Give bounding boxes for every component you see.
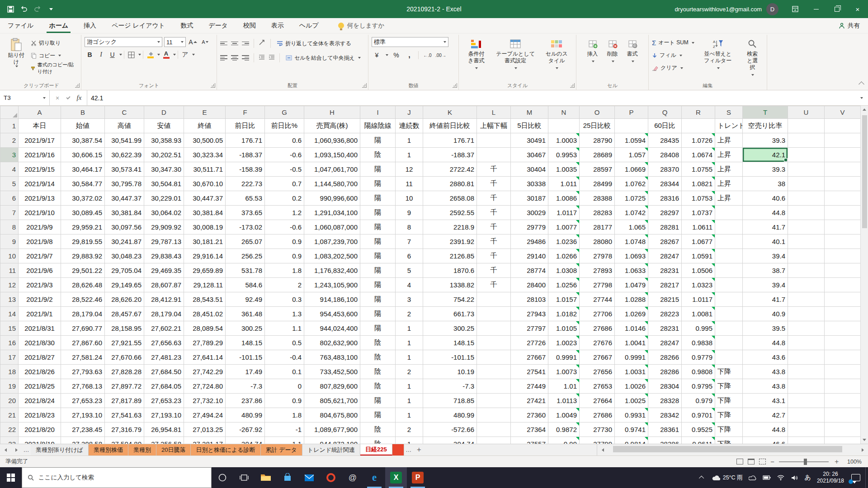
cell-G4[interactable]: -0.5	[265, 162, 304, 177]
show-desktop-button[interactable]	[865, 467, 868, 488]
cell-H14[interactable]: 954,453,600	[304, 307, 360, 321]
cell-B10[interactable]: 29,883.92	[61, 249, 105, 263]
cell-S2[interactable]: 上昇	[715, 133, 743, 148]
cell-R20[interactable]: 0.979	[682, 394, 715, 408]
cell-V12[interactable]	[825, 278, 861, 292]
cell-S6[interactable]: 上昇	[715, 191, 743, 206]
cell-Q7[interactable]: 28297	[648, 206, 682, 220]
cell-I6[interactable]: 陽	[360, 191, 396, 206]
cell-E19[interactable]: 27,724.80	[184, 379, 226, 394]
cell-D9[interactable]: 29,787.13	[144, 235, 184, 249]
cell-D13[interactable]: 28,412.91	[144, 292, 184, 307]
cell-E2[interactable]: 30,500.05	[184, 133, 226, 148]
cell-N12[interactable]: 1.0256	[548, 278, 580, 292]
cell-F3[interactable]: -188.37	[226, 148, 265, 162]
cell-L19[interactable]	[477, 379, 511, 394]
cell-S7[interactable]	[715, 206, 743, 220]
cell-H11[interactable]: 1,176,832,400	[304, 263, 360, 278]
cell-E20[interactable]: 27,732.10	[184, 394, 226, 408]
cell-L13[interactable]	[477, 292, 511, 307]
cell-P16[interactable]: 1.0041	[615, 336, 648, 350]
cell-H6[interactable]: 990,996,600	[304, 191, 360, 206]
cell-R6[interactable]: 1.0753	[682, 191, 715, 206]
column-header-V[interactable]: V	[825, 106, 861, 119]
cell-S10[interactable]	[715, 249, 743, 263]
cell-M19[interactable]: 27449	[511, 379, 548, 394]
cell-S4[interactable]: 上昇	[715, 162, 743, 177]
cell-Q21[interactable]: 28342	[648, 408, 682, 422]
cell-D3[interactable]: 30,202.51	[144, 148, 184, 162]
ribbon-tab-3[interactable]: ページ レイアウト	[104, 18, 173, 33]
cell-D14[interactable]: 28,179.04	[144, 307, 184, 321]
cell-K20[interactable]: 718.85	[423, 394, 477, 408]
cell-L1[interactable]: 上幅下幅	[477, 119, 511, 133]
cell-S18[interactable]: 下降	[715, 365, 743, 379]
cell-P23[interactable]: 0.9814	[615, 437, 648, 444]
cell-I2[interactable]: 陽	[360, 133, 396, 148]
cell-I23[interactable]: 陰	[360, 437, 396, 444]
cell-C3[interactable]: 30,622.39	[105, 148, 144, 162]
cell-L6[interactable]: 千	[477, 191, 511, 206]
cell-E12[interactable]: 29,128.11	[184, 278, 226, 292]
cell-A3[interactable]: 2021/9/16	[19, 148, 61, 162]
row-header-15[interactable]: 15	[0, 321, 19, 336]
cell-P8[interactable]: 1.065	[615, 220, 648, 235]
cell-O6[interactable]: 28388	[580, 191, 615, 206]
cell-F22[interactable]: -267.92	[226, 422, 265, 437]
cell-G21[interactable]: 1.8	[265, 408, 304, 422]
cell-D17[interactable]: 27,481.23	[144, 350, 184, 365]
comma-format-button[interactable]: ,	[404, 50, 415, 60]
cell-V7[interactable]	[825, 206, 861, 220]
cell-R19[interactable]: 0.9795	[682, 379, 715, 394]
cell-A14[interactable]: 2021/9/1	[19, 307, 61, 321]
cell-K17[interactable]: -101.15	[423, 350, 477, 365]
cell-M8[interactable]: 29779	[511, 220, 548, 235]
cell-F16[interactable]: 148.15	[226, 336, 265, 350]
ribbon-tab-5[interactable]: データ	[201, 18, 236, 33]
cell-A1[interactable]: 本日	[19, 119, 61, 133]
cell-J7[interactable]: 9	[396, 206, 423, 220]
battery-icon[interactable]	[763, 474, 771, 482]
cell-H4[interactable]: 1,047,061,700	[304, 162, 360, 177]
cell-M17[interactable]: 27667	[511, 350, 548, 365]
cell-H20[interactable]: 805,621,700	[304, 394, 360, 408]
cell-J3[interactable]: 1	[396, 148, 423, 162]
ime-indicator[interactable]: あ	[805, 474, 811, 482]
cell-H1[interactable]: 売買高(株)	[304, 119, 360, 133]
cell-T2[interactable]: 39.3	[743, 133, 788, 148]
cell-I15[interactable]: 陽	[360, 321, 396, 336]
cell-I8[interactable]: 陽	[360, 220, 396, 235]
cell-Q2[interactable]: 28435	[648, 133, 682, 148]
horizontal-scrollbar[interactable]	[597, 444, 868, 455]
cell-G22[interactable]: -1	[265, 422, 304, 437]
cell-K1[interactable]: 終値前日比較	[423, 119, 477, 133]
cell-E6[interactable]: 30,447.37	[184, 191, 226, 206]
scroll-down-arrow[interactable]	[861, 436, 868, 444]
cell-E18[interactable]: 27,742.29	[184, 365, 226, 379]
cell-U12[interactable]	[788, 278, 825, 292]
cell-T5[interactable]: 38	[743, 177, 788, 191]
h-scroll-left-arrow[interactable]	[597, 448, 608, 452]
cell-H23[interactable]: 944,872,100	[304, 437, 360, 444]
cell-N10[interactable]: 1.0266	[548, 249, 580, 263]
column-header-F[interactable]: F	[226, 106, 265, 119]
cell-I19[interactable]: 陰	[360, 379, 396, 394]
cell-G11[interactable]: 1.8	[265, 263, 304, 278]
cell-C19[interactable]: 27,897.72	[105, 379, 144, 394]
cell-V14[interactable]	[825, 307, 861, 321]
cell-N6[interactable]: 1.0086	[548, 191, 580, 206]
column-header-H[interactable]: H	[304, 106, 360, 119]
cell-V1[interactable]	[825, 119, 861, 133]
insert-cells-button[interactable]: 挿入	[584, 36, 602, 66]
cell-A23[interactable]: 2021/8/19	[19, 437, 61, 444]
cell-C6[interactable]: 30,447.37	[105, 191, 144, 206]
sheet-tab-colored-stub[interactable]	[392, 444, 404, 455]
cell-M14[interactable]: 27943	[511, 307, 548, 321]
cell-P1[interactable]	[615, 119, 648, 133]
cell-U18[interactable]	[788, 365, 825, 379]
cell-A22[interactable]: 2021/8/20	[19, 422, 61, 437]
align-right-button[interactable]	[242, 55, 249, 61]
cell-M12[interactable]: 28400	[511, 278, 548, 292]
cell-B11[interactable]: 29,501.22	[61, 263, 105, 278]
cell-K3[interactable]: -188.37	[423, 148, 477, 162]
